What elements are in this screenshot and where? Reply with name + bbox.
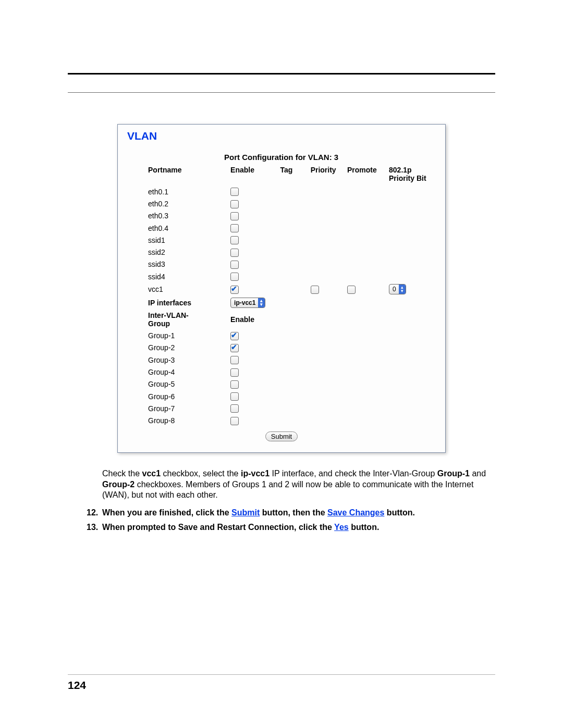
port-name: ssid4 bbox=[127, 270, 227, 282]
table-row: Group-4 bbox=[127, 366, 436, 378]
table-row: Group-2 bbox=[127, 342, 436, 354]
enable-checkbox[interactable] bbox=[230, 273, 239, 281]
header-8021p: 802.1p Priority Bit bbox=[386, 164, 436, 186]
group-enable-checkbox[interactable] bbox=[230, 344, 239, 352]
submit-link[interactable]: Submit bbox=[231, 508, 260, 517]
group-name: Group-6 bbox=[127, 390, 227, 402]
submit-button[interactable]: Submit bbox=[265, 431, 298, 441]
enable-checkbox[interactable] bbox=[230, 224, 239, 232]
table-row: eth0.3 bbox=[127, 210, 436, 222]
group-name: Group-8 bbox=[127, 414, 227, 426]
table-row: eth0.1 bbox=[127, 186, 436, 198]
header-promote: Promote bbox=[344, 164, 386, 186]
config-heading: Port Configuration for VLAN: 3 bbox=[224, 153, 436, 162]
top-thin-rule bbox=[68, 92, 495, 93]
enable-checkbox[interactable] bbox=[230, 212, 239, 220]
header-portname: Portname bbox=[127, 164, 227, 186]
table-row: eth0.2 bbox=[127, 198, 436, 209]
table-row: eth0.4 bbox=[127, 222, 436, 234]
table-row: Group-7 bbox=[127, 402, 436, 414]
step-12: 12. When you are finished, click the Sub… bbox=[87, 507, 495, 519]
priority-checkbox[interactable] bbox=[311, 286, 319, 294]
save-changes-link[interactable]: Save Changes bbox=[327, 508, 384, 517]
ip-interfaces-label: IP interfaces bbox=[127, 296, 227, 310]
header-enable: Enable bbox=[227, 164, 277, 186]
step-text: When you are finished, click the Submit … bbox=[102, 507, 415, 519]
table-row: ssid1 bbox=[127, 234, 436, 246]
port-name: eth0.4 bbox=[127, 222, 227, 234]
submit-row: Submit bbox=[127, 427, 436, 443]
group-enable-checkbox[interactable] bbox=[230, 356, 239, 364]
port-name: ssid3 bbox=[127, 258, 227, 270]
group-enable-checkbox[interactable] bbox=[230, 404, 239, 413]
enable-checkbox[interactable] bbox=[230, 286, 239, 294]
port-name: eth0.1 bbox=[127, 186, 227, 198]
step-number: 13. bbox=[87, 522, 102, 533]
header-8021p-top: 802.1p bbox=[389, 166, 412, 174]
group-name: Group-5 bbox=[127, 378, 227, 390]
port-name: ssid1 bbox=[127, 234, 227, 246]
inter-vlan-enable-label: Enable bbox=[227, 310, 277, 329]
inter-vlan-header-row: Inter-VLAN-Group Enable bbox=[127, 310, 436, 329]
page-footer: 124 bbox=[68, 674, 495, 692]
table-row: Group-3 bbox=[127, 354, 436, 366]
step-13: 13. When prompted to Save and Restart Co… bbox=[87, 522, 495, 533]
ip-interface-value: ip-vcc1 bbox=[234, 299, 258, 306]
stepper-arrows-icon: ▴▾ bbox=[399, 285, 406, 294]
card-title: VLAN bbox=[127, 130, 436, 142]
group-enable-checkbox[interactable] bbox=[230, 332, 239, 340]
port-name: vcc1 bbox=[127, 282, 227, 296]
ip-interface-select[interactable]: ip-vcc1 ▴▾ bbox=[230, 298, 265, 308]
ip-interfaces-row: IP interfaces ip-vcc1 ▴▾ bbox=[127, 296, 436, 310]
group-name: Group-2 bbox=[127, 342, 227, 354]
enable-checkbox[interactable] bbox=[230, 261, 239, 269]
group-name: Group-7 bbox=[127, 402, 227, 414]
table-row: ssid3 bbox=[127, 258, 436, 270]
table-row: Group-8 bbox=[127, 414, 436, 426]
inter-vlan-group-label: Inter-VLAN-Group bbox=[127, 310, 227, 329]
enable-checkbox[interactable] bbox=[230, 200, 239, 208]
group-enable-checkbox[interactable] bbox=[230, 417, 239, 425]
enable-checkbox[interactable] bbox=[230, 188, 239, 196]
stepper-arrows-icon: ▴▾ bbox=[258, 298, 265, 307]
enable-checkbox[interactable] bbox=[230, 236, 239, 244]
vlan-config-card: VLAN Port Configuration for VLAN: 3 Port… bbox=[117, 124, 446, 453]
group-name: Group-3 bbox=[127, 354, 227, 366]
vcc1-row: vcc1 0 ▴▾ bbox=[127, 282, 436, 296]
header-row: Portname Enable Tag Priority Promote 802… bbox=[127, 164, 436, 186]
promote-checkbox[interactable] bbox=[347, 286, 356, 294]
port-name: ssid2 bbox=[127, 246, 227, 258]
table-row: Group-5 bbox=[127, 378, 436, 390]
top-thick-rule bbox=[68, 73, 495, 75]
port-name: eth0.2 bbox=[127, 198, 227, 209]
group-enable-checkbox[interactable] bbox=[230, 368, 239, 377]
table-row: ssid2 bbox=[127, 246, 436, 258]
footer-rule bbox=[68, 674, 495, 675]
priority-bit-value: 0 bbox=[393, 286, 399, 293]
table-row: Group-6 bbox=[127, 390, 436, 402]
enable-checkbox[interactable] bbox=[230, 249, 239, 257]
page-number: 124 bbox=[68, 679, 495, 692]
port-name: eth0.3 bbox=[127, 210, 227, 222]
step-text: When prompted to Save and Restart Connec… bbox=[102, 522, 379, 533]
header-tag: Tag bbox=[277, 164, 308, 186]
yes-link[interactable]: Yes bbox=[334, 523, 349, 532]
group-enable-checkbox[interactable] bbox=[230, 392, 239, 401]
table-row: Group-1 bbox=[127, 329, 436, 341]
description-paragraph: Check the vcc1 checkbox, select the ip-v… bbox=[102, 468, 495, 501]
header-8021p-bottom: Priority Bit bbox=[389, 174, 426, 182]
group-name: Group-1 bbox=[127, 329, 227, 341]
header-priority: Priority bbox=[308, 164, 344, 186]
group-name: Group-4 bbox=[127, 366, 227, 378]
group-enable-checkbox[interactable] bbox=[230, 380, 239, 389]
step-number: 12. bbox=[87, 507, 102, 519]
vlan-table: Portname Enable Tag Priority Promote 802… bbox=[127, 164, 436, 443]
table-row: ssid4 bbox=[127, 270, 436, 282]
priority-bit-select[interactable]: 0 ▴▾ bbox=[389, 284, 406, 294]
